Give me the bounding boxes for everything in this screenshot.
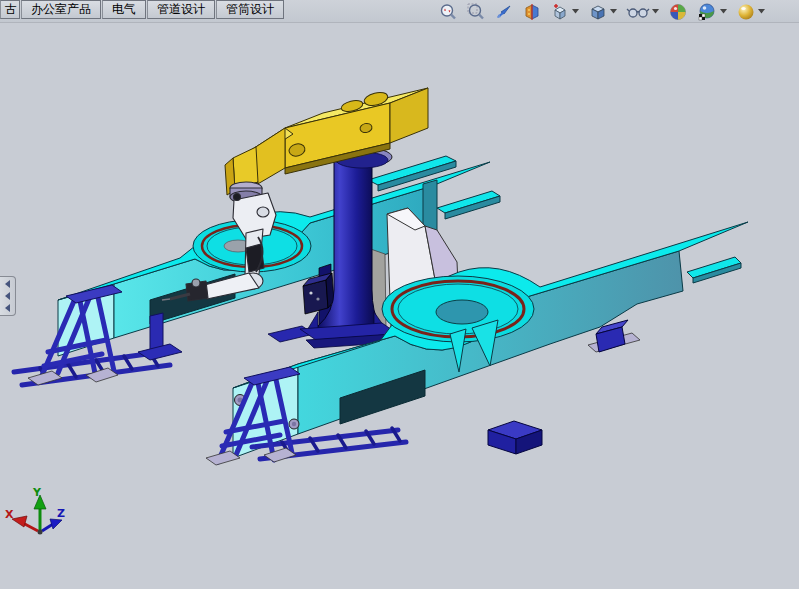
command-manager-tabs: 古 办公室产品 电气 管道设计 管筒设计 [0,0,285,19]
view-orientation-icon[interactable] [550,2,580,22]
edit-appearance-icon[interactable] [668,2,688,22]
scene-svg: Y X Z [0,0,799,589]
collapse-arrow-icon [5,280,10,288]
tab-partial[interactable]: 古 [0,0,20,19]
tab-electrical[interactable]: 电气 [102,0,146,19]
apply-scene-dropdown[interactable] [719,3,728,21]
hide-show-items-icon[interactable] [626,2,660,22]
section-view-icon[interactable] [522,2,542,22]
view-settings-icon[interactable] [736,2,766,22]
graphics-viewport[interactable]: Y X Z [0,0,799,589]
tab-office-products[interactable]: 办公室产品 [21,0,101,19]
triad-z-label: Z [57,507,65,520]
heads-up-view-toolbar [438,1,766,22]
apply-scene-icon[interactable] [696,2,728,22]
triad-y-label: Y [32,486,42,499]
zoom-to-fit-icon[interactable] [438,2,458,22]
panel-collapse-toggle[interactable] [0,276,16,316]
zoom-to-area-icon[interactable] [466,2,486,22]
tab-tubing-design[interactable]: 管筒设计 [216,0,284,19]
collapse-arrow-icon [5,292,10,300]
triad-x-label: X [5,508,14,521]
solidworks-window: { "tab_bar": { "tabs": [ {"label": "古"},… [0,0,799,589]
view-orientation-dropdown[interactable] [571,3,580,21]
display-style-icon[interactable] [588,2,618,22]
hide-show-items-dropdown[interactable] [651,3,660,21]
previous-view-icon[interactable] [494,2,514,22]
display-style-dropdown[interactable] [609,3,618,21]
view-settings-dropdown[interactable] [757,3,766,21]
collapse-arrow-icon [5,304,10,312]
tab-piping-design[interactable]: 管道设计 [147,0,215,19]
